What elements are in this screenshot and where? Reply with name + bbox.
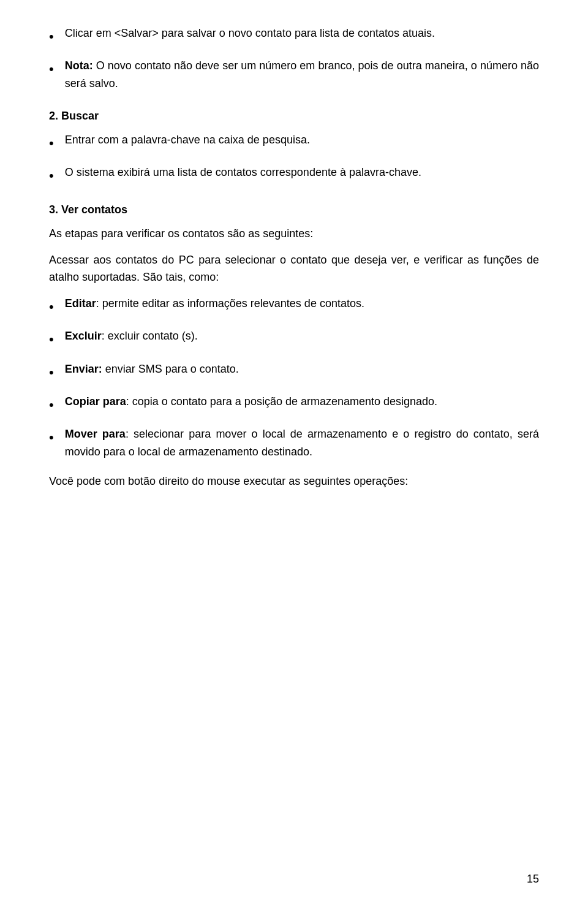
sub-bullet-editar: • Editar: permite editar as informações … — [49, 295, 539, 317]
sub-bullet-copiar: • Copiar para: copia o contato para a po… — [49, 393, 539, 416]
section2-number: 2. — [49, 110, 58, 122]
sub-bullet-excluir: • Excluir: excluir contato (s). — [49, 327, 539, 350]
sub-bullet-enviar-dot: • — [49, 362, 54, 383]
section3-heading-text: Ver contatos — [61, 203, 127, 216]
sub-bullet-enviar-text: Enviar: enviar SMS para o contato. — [65, 360, 539, 378]
nota-text: O novo contato não deve ser um número em… — [65, 59, 539, 89]
editar-label: Editar — [65, 297, 96, 310]
sub-bullets-container: • Editar: permite editar as informações … — [49, 295, 539, 460]
excluir-label: Excluir — [65, 330, 102, 342]
sub-bullet-excluir-text: Excluir: excluir contato (s). — [65, 327, 539, 345]
section3-body1: Acessar aos contatos do PC para selecion… — [49, 251, 539, 287]
sub-bullet-editar-text: Editar: permite editar as informações re… — [65, 295, 539, 313]
bullet-dot-1: • — [49, 26, 54, 47]
sub-bullet-copiar-dot: • — [49, 394, 54, 416]
page-number: 15 — [527, 873, 539, 886]
sub-bullet-excluir-dot: • — [49, 329, 54, 350]
editar-rest: : permite editar as informações relevant… — [96, 297, 364, 310]
section3-container: 3. Ver contatos As etapas para verificar… — [49, 201, 539, 461]
bullet-item-nota: • Nota: O novo contato não deve ser um n… — [49, 57, 539, 93]
bullet-text-1: Clicar em <Salvar> para salvar o novo co… — [65, 25, 539, 42]
sub-bullet-mover: • Mover para: selecionar para mover o lo… — [49, 425, 539, 461]
nota-label: Nota: — [65, 59, 93, 72]
section2-heading: 2. Buscar — [49, 107, 539, 125]
enviar-label: Enviar: — [65, 363, 102, 375]
enviar-rest: enviar SMS para o contato. — [102, 363, 239, 375]
section3-number-txt: 3. — [49, 203, 61, 216]
copiar-label: Copiar para — [65, 395, 126, 408]
sub-bullet-mover-dot: • — [49, 427, 54, 448]
excluir-rest: : excluir contato (s). — [102, 330, 198, 342]
sub-bullet-enviar: • Enviar: enviar SMS para o contato. — [49, 360, 539, 383]
section3-body1-text: Acessar aos contatos do PC para selecion… — [49, 254, 539, 284]
section3-heading: 3. Ver contatos — [49, 201, 539, 219]
section2-bullet2: • O sistema exibirá uma lista de contato… — [49, 164, 539, 186]
sub-bullet-copiar-text: Copiar para: copia o contato para a posi… — [65, 393, 539, 411]
section2-bullet2-dot: • — [49, 165, 54, 186]
bullet-text-nota: Nota: O novo contato não deve ser um núm… — [65, 57, 539, 93]
bullet-dot-nota: • — [49, 58, 54, 80]
section3-intro: As etapas para verificar os contatos são… — [49, 225, 539, 243]
section2-bullet1-text: Entrar com a palavra-chave na caixa de p… — [65, 131, 539, 149]
copiar-rest: : copia o contato para a posição de arma… — [126, 395, 437, 408]
bottom-text: Você pode com botão direito do mouse exe… — [49, 473, 539, 490]
bullet-item-1: • Clicar em <Salvar> para salvar o novo … — [49, 25, 539, 47]
section2-bullet2-text: O sistema exibirá uma lista de contatos … — [65, 164, 539, 181]
sub-bullet-mover-text: Mover para: selecionar para mover o loca… — [65, 425, 539, 461]
section2-heading-label: Buscar — [58, 110, 99, 122]
sub-bullet-editar-dot: • — [49, 296, 54, 317]
section3-intro-text: As etapas para verificar os contatos são… — [49, 227, 313, 240]
section2-bullet1-dot: • — [49, 132, 54, 154]
section2-bullet1: • Entrar com a palavra-chave na caixa de… — [49, 131, 539, 154]
mover-rest: : selecionar para mover o local de armaz… — [65, 428, 539, 458]
bottom-text-content: Você pode com botão direito do mouse exe… — [49, 475, 408, 487]
mover-label: Mover para — [65, 428, 126, 440]
